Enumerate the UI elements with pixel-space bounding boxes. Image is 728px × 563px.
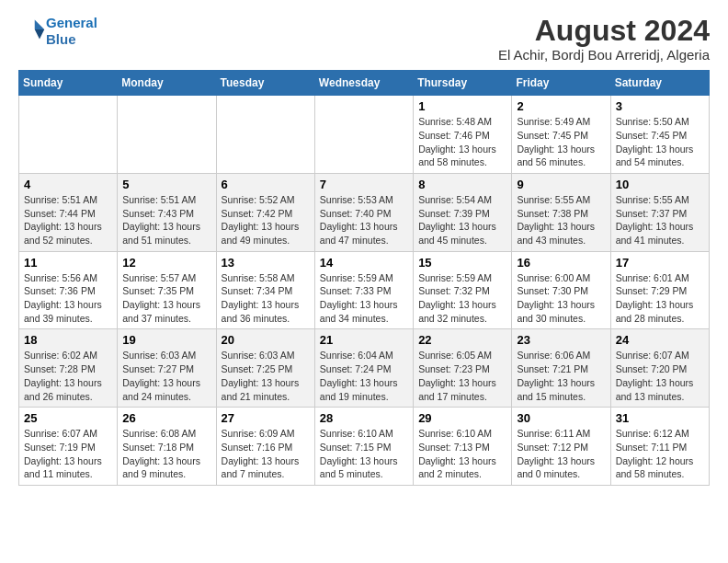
day-info: Sunrise: 6:10 AMSunset: 7:13 PMDaylight:…: [418, 427, 506, 481]
calendar-cell: 22Sunrise: 6:05 AMSunset: 7:23 PMDayligh…: [414, 329, 512, 408]
day-number: 30: [517, 411, 605, 425]
day-number: 2: [517, 99, 605, 113]
day-info: Sunrise: 6:05 AMSunset: 7:23 PMDaylight:…: [418, 349, 506, 403]
logo-icon: [20, 17, 46, 42]
day-number: 31: [616, 411, 704, 425]
calendar-cell: 16Sunrise: 6:00 AMSunset: 7:30 PMDayligh…: [512, 251, 610, 329]
day-number: 18: [24, 333, 112, 347]
calendar-cell: 12Sunrise: 5:57 AMSunset: 7:35 PMDayligh…: [118, 251, 216, 329]
day-info: Sunrise: 6:03 AMSunset: 7:27 PMDaylight:…: [122, 349, 210, 403]
day-number: 3: [616, 99, 704, 113]
calendar-cell: 4Sunrise: 5:51 AMSunset: 7:44 PMDaylight…: [19, 173, 118, 251]
calendar-cell: 28Sunrise: 6:10 AMSunset: 7:15 PMDayligh…: [314, 408, 413, 486]
day-number: 5: [122, 178, 210, 191]
calendar-cell: 8Sunrise: 5:54 AMSunset: 7:39 PMDaylight…: [414, 173, 512, 251]
day-number: 28: [320, 411, 408, 425]
day-number: 17: [616, 256, 704, 270]
day-info: Sunrise: 5:58 AMSunset: 7:34 PMDaylight:…: [222, 271, 310, 326]
day-info: Sunrise: 6:04 AMSunset: 7:24 PMDaylight:…: [320, 349, 408, 403]
day-number: 22: [418, 333, 506, 347]
day-info: Sunrise: 5:55 AMSunset: 7:38 PMDaylight:…: [517, 193, 605, 247]
day-number: 10: [616, 178, 704, 191]
calendar-cell: [314, 96, 413, 174]
calendar-table: SundayMondayTuesdayWednesdayThursdayFrid…: [18, 70, 710, 486]
weekday-header: Thursday: [414, 71, 512, 96]
calendar-cell: 25Sunrise: 6:07 AMSunset: 7:19 PMDayligh…: [19, 408, 118, 486]
day-number: 16: [517, 256, 605, 270]
day-info: Sunrise: 6:09 AMSunset: 7:16 PMDaylight:…: [222, 427, 310, 481]
calendar-week-row: 25Sunrise: 6:07 AMSunset: 7:19 PMDayligh…: [19, 408, 710, 486]
day-info: Sunrise: 6:07 AMSunset: 7:19 PMDaylight:…: [24, 427, 112, 481]
weekday-header: Saturday: [610, 71, 709, 96]
calendar-cell: 11Sunrise: 5:56 AMSunset: 7:36 PMDayligh…: [19, 251, 118, 329]
day-number: 27: [222, 411, 310, 425]
calendar-cell: 18Sunrise: 6:02 AMSunset: 7:28 PMDayligh…: [19, 329, 118, 408]
day-number: 21: [320, 333, 408, 347]
calendar-cell: 9Sunrise: 5:55 AMSunset: 7:38 PMDaylight…: [512, 173, 610, 251]
day-info: Sunrise: 5:54 AMSunset: 7:39 PMDaylight:…: [418, 193, 506, 247]
title-block: August 2024 El Achir, Bordj Bou Arreridj…: [498, 15, 710, 63]
weekday-header: Sunday: [19, 71, 118, 96]
day-info: Sunrise: 6:00 AMSunset: 7:30 PMDaylight:…: [517, 271, 605, 326]
day-info: Sunrise: 6:12 AMSunset: 7:11 PMDaylight:…: [616, 427, 704, 481]
day-info: Sunrise: 6:11 AMSunset: 7:12 PMDaylight:…: [517, 427, 605, 481]
day-info: Sunrise: 5:56 AMSunset: 7:36 PMDaylight:…: [24, 271, 112, 326]
calendar-cell: [19, 96, 118, 174]
calendar-cell: 2Sunrise: 5:49 AMSunset: 7:45 PMDaylight…: [512, 96, 610, 174]
day-number: 24: [616, 333, 704, 347]
calendar-cell: 21Sunrise: 6:04 AMSunset: 7:24 PMDayligh…: [314, 329, 413, 408]
day-info: Sunrise: 5:51 AMSunset: 7:44 PMDaylight:…: [24, 193, 112, 247]
calendar-cell: [118, 96, 216, 174]
calendar-week-row: 18Sunrise: 6:02 AMSunset: 7:28 PMDayligh…: [19, 329, 710, 408]
calendar-week-row: 1Sunrise: 5:48 AMSunset: 7:46 PMDaylight…: [19, 96, 710, 174]
day-info: Sunrise: 5:59 AMSunset: 7:32 PMDaylight:…: [418, 271, 506, 326]
day-number: 19: [122, 333, 210, 347]
calendar-week-row: 4Sunrise: 5:51 AMSunset: 7:44 PMDaylight…: [19, 173, 710, 251]
calendar-cell: 10Sunrise: 5:55 AMSunset: 7:37 PMDayligh…: [610, 173, 709, 251]
calendar-cell: 23Sunrise: 6:06 AMSunset: 7:21 PMDayligh…: [512, 329, 610, 408]
calendar-cell: 5Sunrise: 5:51 AMSunset: 7:43 PMDaylight…: [118, 173, 216, 251]
day-info: Sunrise: 5:50 AMSunset: 7:45 PMDaylight:…: [616, 115, 704, 169]
day-info: Sunrise: 6:02 AMSunset: 7:28 PMDaylight:…: [24, 349, 112, 403]
page-subtitle: El Achir, Bordj Bou Arreridj, Algeria: [498, 47, 710, 63]
page-header: General Blue August 2024 El Achir, Bordj…: [18, 15, 710, 63]
day-number: 8: [418, 178, 506, 191]
day-info: Sunrise: 6:06 AMSunset: 7:21 PMDaylight:…: [517, 349, 605, 403]
calendar-cell: 7Sunrise: 5:53 AMSunset: 7:40 PMDaylight…: [314, 173, 413, 251]
calendar-week-row: 11Sunrise: 5:56 AMSunset: 7:36 PMDayligh…: [19, 251, 710, 329]
day-number: 15: [418, 256, 506, 270]
calendar-cell: 15Sunrise: 5:59 AMSunset: 7:32 PMDayligh…: [414, 251, 512, 329]
calendar-cell: 27Sunrise: 6:09 AMSunset: 7:16 PMDayligh…: [216, 408, 314, 486]
calendar-cell: 1Sunrise: 5:48 AMSunset: 7:46 PMDaylight…: [414, 96, 512, 174]
weekday-header: Wednesday: [314, 71, 413, 96]
weekday-header: Friday: [512, 71, 610, 96]
day-info: Sunrise: 5:57 AMSunset: 7:35 PMDaylight:…: [122, 271, 210, 326]
day-number: 23: [517, 333, 605, 347]
calendar-cell: 20Sunrise: 6:03 AMSunset: 7:25 PMDayligh…: [216, 329, 314, 408]
logo: General Blue: [18, 15, 97, 48]
calendar-cell: 14Sunrise: 5:59 AMSunset: 7:33 PMDayligh…: [314, 251, 413, 329]
calendar-cell: 29Sunrise: 6:10 AMSunset: 7:13 PMDayligh…: [414, 408, 512, 486]
weekday-header: Monday: [118, 71, 216, 96]
day-info: Sunrise: 5:52 AMSunset: 7:42 PMDaylight:…: [222, 193, 310, 247]
day-info: Sunrise: 6:01 AMSunset: 7:29 PMDaylight:…: [616, 271, 704, 326]
weekday-header: Tuesday: [216, 71, 314, 96]
calendar-header: SundayMondayTuesdayWednesdayThursdayFrid…: [19, 71, 710, 96]
day-info: Sunrise: 5:53 AMSunset: 7:40 PMDaylight:…: [320, 193, 408, 247]
day-number: 1: [418, 99, 506, 113]
calendar-cell: [216, 96, 314, 174]
day-info: Sunrise: 6:03 AMSunset: 7:25 PMDaylight:…: [222, 349, 310, 403]
day-number: 12: [122, 256, 210, 270]
day-number: 26: [122, 411, 210, 425]
calendar-cell: 26Sunrise: 6:08 AMSunset: 7:18 PMDayligh…: [118, 408, 216, 486]
day-info: Sunrise: 5:48 AMSunset: 7:46 PMDaylight:…: [418, 115, 506, 169]
day-number: 14: [320, 256, 408, 270]
day-number: 29: [418, 411, 506, 425]
day-info: Sunrise: 5:55 AMSunset: 7:37 PMDaylight:…: [616, 193, 704, 247]
calendar-cell: 13Sunrise: 5:58 AMSunset: 7:34 PMDayligh…: [216, 251, 314, 329]
logo-text: General Blue: [46, 15, 97, 48]
day-info: Sunrise: 5:59 AMSunset: 7:33 PMDaylight:…: [320, 271, 408, 326]
day-info: Sunrise: 6:08 AMSunset: 7:18 PMDaylight:…: [122, 427, 210, 481]
day-number: 9: [517, 178, 605, 191]
calendar-cell: 19Sunrise: 6:03 AMSunset: 7:27 PMDayligh…: [118, 329, 216, 408]
